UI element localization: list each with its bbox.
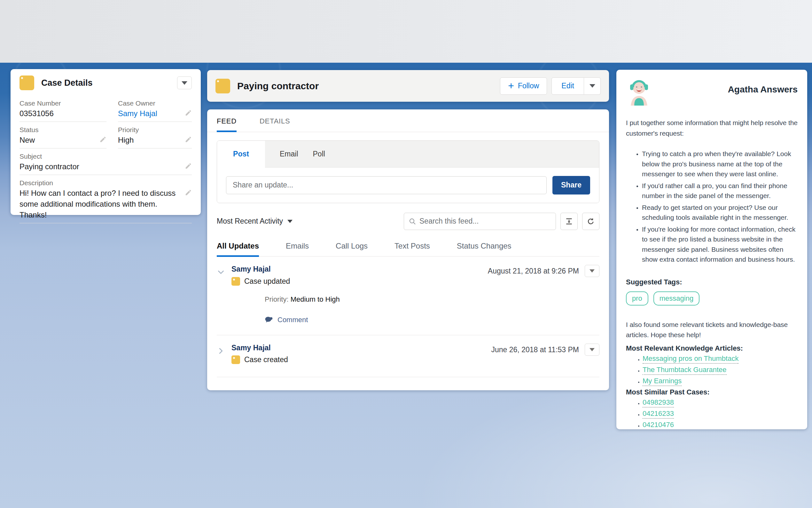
field-priority: Priority High bbox=[118, 126, 192, 149]
knowledge-articles-label: Most Relevant Knowledge Articles: bbox=[626, 344, 798, 352]
feed-author-link[interactable]: Samy Hajal bbox=[232, 265, 290, 274]
case-link[interactable]: 04982938 bbox=[642, 398, 674, 408]
chevron-down-icon bbox=[589, 348, 594, 351]
record-title: Paying contractor bbox=[237, 81, 319, 91]
tab-feed[interactable]: FEED bbox=[217, 117, 237, 132]
description-value: Hi! How can I contact a pro? I need to d… bbox=[19, 188, 182, 220]
collapse-all-button[interactable] bbox=[560, 213, 578, 230]
feed-divider bbox=[217, 377, 600, 377]
tab-details[interactable]: DETAILS bbox=[259, 117, 290, 132]
edit-pencil-icon[interactable] bbox=[185, 136, 192, 144]
case-details-menu-button[interactable] bbox=[177, 77, 192, 89]
edit-button-group: Edit bbox=[552, 77, 601, 95]
chevron-down-icon bbox=[217, 268, 225, 277]
chevron-down-icon bbox=[589, 269, 594, 272]
article-link[interactable]: Messaging pros on Thumbtack bbox=[642, 354, 738, 364]
priority-value: High bbox=[118, 135, 182, 145]
feed-publisher: Post Email Poll Share bbox=[217, 140, 600, 203]
feed-search bbox=[404, 213, 556, 230]
field-label: Case Number bbox=[19, 99, 106, 107]
edit-pencil-icon[interactable] bbox=[99, 136, 106, 144]
feed-item-menu-button[interactable] bbox=[585, 344, 600, 356]
case-item: 04210476 bbox=[642, 421, 798, 429]
case-owner-link[interactable]: Samy Hajal bbox=[118, 108, 182, 119]
edit-pencil-icon[interactable] bbox=[185, 110, 192, 118]
chevron-down-icon bbox=[287, 220, 292, 223]
collapse-item-toggle[interactable] bbox=[217, 265, 232, 278]
refresh-button[interactable] bbox=[582, 213, 600, 230]
feed-timestamp: August 21, 2018 at 9:26 PM bbox=[488, 267, 579, 276]
tip-item: Trying to catch a pro when they're avail… bbox=[642, 149, 798, 179]
filter-status-changes[interactable]: Status Changes bbox=[457, 242, 512, 257]
feed-author-link[interactable]: Samy Hajal bbox=[232, 344, 288, 352]
filter-emails[interactable]: Emails bbox=[286, 242, 309, 257]
comment-label: Comment bbox=[278, 316, 308, 324]
tag-pill[interactable]: messaging bbox=[654, 291, 700, 305]
share-update-input[interactable] bbox=[226, 176, 547, 194]
publisher-tabs: Post Email Poll bbox=[217, 141, 599, 168]
field-case-owner: Case Owner Samy Hajal bbox=[118, 99, 192, 122]
tab-post[interactable]: Post bbox=[217, 141, 265, 168]
feed-timestamp: June 26, 2018 at 11:53 PM bbox=[491, 345, 579, 354]
change-field-label: Priority: bbox=[265, 295, 289, 303]
feed-list: Samy Hajal Case updated August 21, 2018 … bbox=[207, 257, 609, 377]
case-icon bbox=[232, 277, 240, 286]
tab-poll[interactable]: Poll bbox=[313, 141, 325, 167]
refresh-icon bbox=[587, 217, 595, 225]
filter-all-updates[interactable]: All Updates bbox=[217, 242, 259, 257]
chevron-down-icon bbox=[589, 84, 595, 88]
feed-item: Samy Hajal Case updated August 21, 2018 … bbox=[217, 257, 600, 335]
field-label: Priority bbox=[118, 126, 192, 134]
edit-pencil-icon[interactable] bbox=[185, 189, 192, 197]
sort-dropdown[interactable]: Most Recent Activity bbox=[217, 217, 292, 225]
feed-controls: Most Recent Activity bbox=[217, 213, 600, 230]
edit-dropdown-button[interactable] bbox=[584, 77, 601, 95]
field-status: Status New bbox=[19, 126, 106, 149]
field-description: Description Hi! How can I contact a pro?… bbox=[19, 179, 192, 223]
agatha-title: Agatha Answers bbox=[728, 84, 798, 95]
field-label: Description bbox=[19, 179, 192, 187]
status-value: New bbox=[19, 135, 97, 145]
agatha-followup: I also found some relevant tickets and k… bbox=[626, 320, 798, 340]
case-icon bbox=[216, 79, 230, 93]
feed-card: FEED DETAILS Post Email Poll Share Most … bbox=[207, 110, 609, 390]
knowledge-articles-list: Messaging pros on Thumbtack The Thumbtac… bbox=[626, 354, 798, 385]
feed-search-input[interactable] bbox=[419, 214, 556, 228]
publisher-body: Share bbox=[217, 168, 599, 203]
top-grey-band bbox=[0, 0, 812, 63]
case-details-card: Case Details Case Number 03531056 Case O… bbox=[10, 69, 201, 215]
feed-action-label: Case updated bbox=[244, 277, 290, 286]
feed-item-menu-button[interactable] bbox=[585, 265, 600, 277]
article-link[interactable]: My Earnings bbox=[642, 377, 681, 386]
edit-pencil-icon[interactable] bbox=[185, 163, 192, 171]
article-item: My Earnings bbox=[642, 377, 798, 385]
share-button[interactable]: Share bbox=[553, 176, 590, 195]
follow-button[interactable]: + Follow bbox=[500, 77, 547, 95]
record-tabs: FEED DETAILS bbox=[207, 110, 609, 132]
case-icon bbox=[232, 355, 240, 364]
article-link[interactable]: The Thumbtack Guarantee bbox=[642, 366, 727, 375]
follow-label: Follow bbox=[518, 82, 539, 90]
filter-call-logs[interactable]: Call Logs bbox=[336, 242, 368, 257]
edit-button[interactable]: Edit bbox=[552, 77, 584, 95]
suggested-tags-label: Suggested Tags: bbox=[626, 278, 798, 286]
chevron-down-icon bbox=[182, 81, 187, 85]
agatha-tips-list: Trying to catch a pro when they're avail… bbox=[626, 149, 798, 264]
case-icon bbox=[19, 76, 34, 90]
article-item: Messaging pros on Thumbtack bbox=[642, 354, 798, 363]
case-link[interactable]: 04210476 bbox=[642, 421, 674, 429]
collapse-all-icon bbox=[565, 217, 573, 225]
tag-pill[interactable]: pro bbox=[626, 291, 648, 305]
sort-label: Most Recent Activity bbox=[217, 217, 283, 225]
field-case-number: Case Number 03531056 bbox=[19, 99, 106, 122]
chevron-right-icon bbox=[217, 347, 225, 355]
comment-action[interactable]: Comment bbox=[265, 316, 308, 324]
subject-value: Paying contractor bbox=[19, 161, 182, 172]
filter-text-posts[interactable]: Text Posts bbox=[394, 242, 430, 257]
tip-item: Ready to get started on your project? Us… bbox=[642, 203, 798, 223]
case-details-fields: Case Number 03531056 Case Owner Samy Haj… bbox=[19, 95, 192, 223]
case-link[interactable]: 04216233 bbox=[642, 410, 674, 419]
expand-item-toggle[interactable] bbox=[217, 344, 232, 356]
tab-email[interactable]: Email bbox=[280, 141, 298, 167]
field-label: Case Owner bbox=[118, 99, 192, 107]
